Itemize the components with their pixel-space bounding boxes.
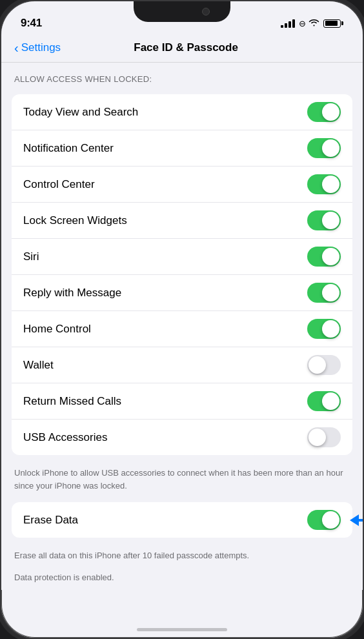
erase-data-section: Erase Data	[12, 502, 352, 538]
camera	[202, 8, 210, 15]
signal-icon	[281, 19, 295, 28]
section-label: ALLOW ACCESS WHEN LOCKED:	[1, 63, 363, 89]
toggle-wallet[interactable]	[307, 355, 341, 375]
settings-row-control-center: Control Center	[12, 167, 352, 203]
arrow-shaft	[359, 519, 363, 522]
toggle-knob	[322, 284, 339, 301]
label-siri: Siri	[23, 250, 39, 263]
usb-footer-text: Unlock iPhone to allow USB accessories t…	[1, 460, 363, 502]
erase-data-label: Erase Data	[23, 514, 78, 527]
data-protection-text: Data protection is enabled.	[1, 569, 363, 591]
toggle-usb-accessories[interactable]	[307, 427, 341, 447]
access-settings-group: Today View and SearchNotification Center…	[12, 94, 352, 455]
toggle-knob	[308, 429, 326, 446]
toggle-knob	[308, 356, 326, 374]
toggle-knob	[322, 103, 339, 121]
label-home-control: Home Control	[23, 323, 91, 336]
wifi-icon: ⊖	[299, 18, 319, 28]
toggle-control-center[interactable]	[307, 174, 341, 194]
settings-row-wallet: Wallet	[12, 347, 352, 383]
label-usb-accessories: USB Accessories	[23, 431, 107, 444]
notch	[134, 1, 230, 22]
status-time: 9:41	[21, 17, 42, 30]
phone-frame: 9:41 ⊖ ‹ Settin	[0, 0, 364, 639]
toggle-home-control[interactable]	[307, 319, 341, 339]
toggle-today-view[interactable]	[307, 102, 341, 122]
settings-row-today-view: Today View and Search	[12, 94, 352, 130]
toggle-knob	[322, 139, 339, 157]
toggle-knob	[322, 176, 339, 193]
toggle-lock-screen-widgets[interactable]	[307, 210, 341, 230]
back-label: Settings	[21, 41, 61, 54]
settings-row-lock-screen-widgets: Lock Screen Widgets	[12, 203, 352, 239]
toggle-reply-with-message[interactable]	[307, 283, 341, 303]
label-return-missed-calls: Return Missed Calls	[23, 395, 121, 408]
toggle-notification-center[interactable]	[307, 138, 341, 158]
toggle-return-missed-calls[interactable]	[307, 391, 341, 411]
status-icons: ⊖	[281, 18, 343, 28]
settings-row-notification-center: Notification Center	[12, 130, 352, 167]
volume-up-button[interactable]	[0, 150, 1, 191]
mute-button[interactable]	[0, 114, 1, 139]
toggle-knob	[322, 320, 339, 338]
settings-row-siri: Siri	[12, 239, 352, 275]
back-button[interactable]: ‹ Settings	[14, 41, 61, 54]
settings-row-usb-accessories: USB Accessories	[12, 420, 352, 455]
label-wallet: Wallet	[23, 359, 54, 372]
label-today-view: Today View and Search	[23, 106, 138, 119]
toggle-knob	[322, 248, 339, 265]
settings-row-reply-with-message: Reply with Message	[12, 275, 352, 311]
erase-data-group: Erase Data	[12, 502, 352, 538]
content-area: ALLOW ACCESS WHEN LOCKED: Today View and…	[1, 63, 363, 590]
nav-bar: ‹ Settings Face ID & Passcode	[1, 36, 363, 63]
battery-icon	[323, 19, 343, 28]
home-indicator	[137, 628, 227, 631]
erase-footer-text: Erase all data on this iPhone after 10 f…	[1, 543, 363, 569]
toggle-knob	[322, 511, 339, 529]
settings-row-home-control: Home Control	[12, 311, 352, 347]
toggle-knob	[322, 392, 339, 410]
volume-down-button[interactable]	[0, 201, 1, 243]
back-chevron-icon: ‹	[14, 41, 19, 54]
erase-data-row: Erase Data	[12, 502, 352, 538]
page-title: Face ID & Passcode	[61, 41, 311, 54]
label-lock-screen-widgets: Lock Screen Widgets	[23, 214, 127, 227]
arrow-head-icon	[350, 514, 359, 526]
toggle-siri[interactable]	[307, 247, 341, 267]
settings-row-return-missed-calls: Return Missed Calls	[12, 383, 352, 420]
toggle-knob	[322, 212, 339, 229]
arrow-indicator	[350, 514, 363, 526]
erase-data-toggle[interactable]	[307, 510, 341, 530]
label-reply-with-message: Reply with Message	[23, 287, 121, 299]
label-notification-center: Notification Center	[23, 142, 114, 155]
label-control-center: Control Center	[23, 178, 95, 191]
